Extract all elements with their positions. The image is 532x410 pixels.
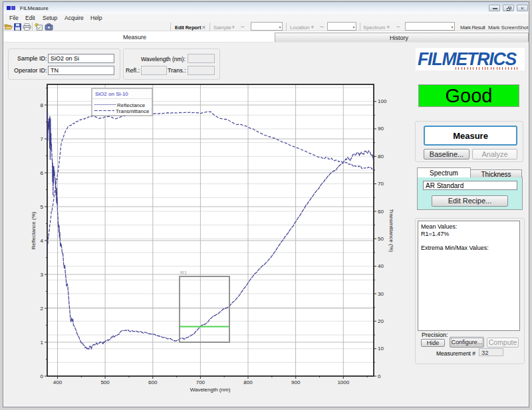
svg-text:70: 70 xyxy=(378,181,384,187)
svg-text:800: 800 xyxy=(243,379,253,385)
svg-text:SiO2 on Si-10: SiO2 on Si-10 xyxy=(95,91,128,97)
svg-text:900: 900 xyxy=(291,379,301,385)
svg-text:60: 60 xyxy=(378,209,384,215)
svg-text:90: 90 xyxy=(378,126,384,132)
svg-text:Reflectance: Reflectance xyxy=(117,102,146,108)
svg-text:1000: 1000 xyxy=(337,379,349,385)
svg-text:Wavelength (nm): Wavelength (nm) xyxy=(190,387,231,393)
svg-text:40: 40 xyxy=(378,263,384,269)
svg-text:7: 7 xyxy=(41,136,44,142)
svg-text:6: 6 xyxy=(41,170,44,176)
svg-text:500: 500 xyxy=(100,379,110,385)
svg-text:100: 100 xyxy=(378,98,387,104)
svg-text:10: 10 xyxy=(378,346,384,352)
svg-text:0: 0 xyxy=(41,373,44,379)
svg-text:Transmittance (%): Transmittance (%) xyxy=(388,209,394,252)
svg-text:5: 5 xyxy=(41,204,44,210)
svg-text:2: 2 xyxy=(41,306,44,312)
svg-text:0: 0 xyxy=(378,373,381,379)
svg-text:3: 3 xyxy=(41,272,44,278)
svg-text:600: 600 xyxy=(148,379,158,385)
svg-text:700: 700 xyxy=(196,379,205,385)
svg-text:1: 1 xyxy=(41,340,44,346)
svg-text:30: 30 xyxy=(378,291,384,297)
svg-text:80: 80 xyxy=(378,154,384,159)
svg-text:400: 400 xyxy=(53,379,63,385)
svg-text:20: 20 xyxy=(378,318,384,324)
svg-text:4: 4 xyxy=(41,238,44,244)
svg-text:8: 8 xyxy=(41,102,44,108)
svg-text:R1: R1 xyxy=(180,270,188,276)
svg-text:50: 50 xyxy=(378,236,384,242)
svg-text:Reflectance (%): Reflectance (%) xyxy=(31,211,37,249)
svg-text:Transmittance: Transmittance xyxy=(116,108,150,114)
